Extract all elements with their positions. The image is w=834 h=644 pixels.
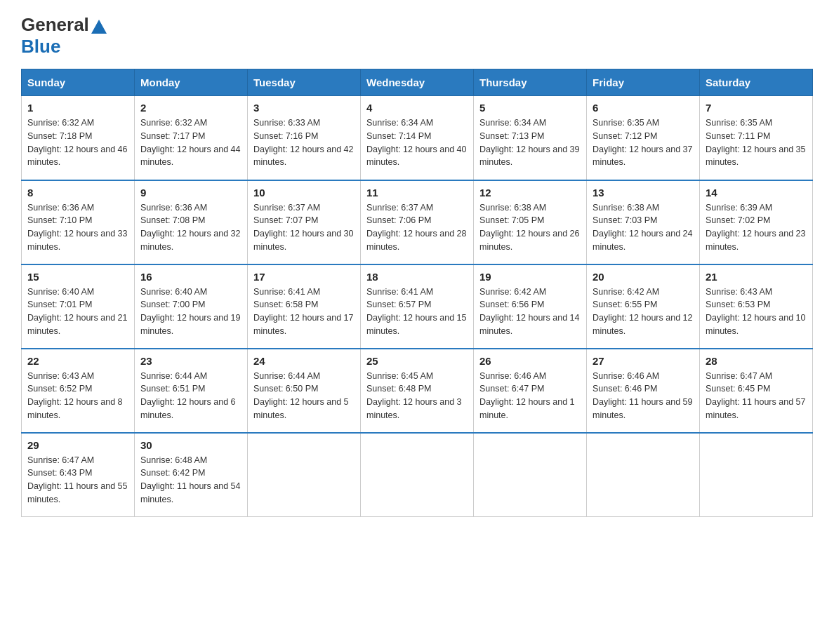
calendar-cell: 2 Sunrise: 6:32 AMSunset: 7:17 PMDayligh… [135, 96, 248, 180]
day-info: Sunrise: 6:34 AMSunset: 7:14 PMDaylight:… [366, 118, 466, 167]
day-number: 25 [366, 355, 468, 367]
calendar-cell: 15 Sunrise: 6:40 AMSunset: 7:01 PMDaylig… [22, 264, 135, 349]
day-number: 18 [366, 271, 468, 283]
day-info: Sunrise: 6:37 AMSunset: 7:06 PMDaylight:… [366, 203, 466, 252]
day-info: Sunrise: 6:43 AMSunset: 6:52 PMDaylight:… [27, 371, 123, 420]
calendar-cell: 27 Sunrise: 6:46 AMSunset: 6:46 PMDaylig… [587, 349, 700, 433]
weekday-friday: Friday [587, 69, 700, 96]
calendar-cell: 6 Sunrise: 6:35 AMSunset: 7:12 PMDayligh… [587, 96, 700, 180]
day-number: 23 [140, 355, 241, 367]
day-number: 19 [479, 271, 581, 283]
day-info: Sunrise: 6:33 AMSunset: 7:16 PMDaylight:… [253, 118, 353, 167]
day-info: Sunrise: 6:36 AMSunset: 7:10 PMDaylight:… [27, 203, 127, 252]
logo-blue-part: Blue [21, 36, 60, 57]
calendar-cell: 1 Sunrise: 6:32 AMSunset: 7:18 PMDayligh… [22, 96, 135, 180]
day-info: Sunrise: 6:40 AMSunset: 7:01 PMDaylight:… [27, 287, 127, 336]
calendar-cell: 11 Sunrise: 6:37 AMSunset: 7:06 PMDaylig… [361, 180, 474, 264]
calendar-cell: 12 Sunrise: 6:38 AMSunset: 7:05 PMDaylig… [474, 180, 587, 264]
calendar-cell [587, 433, 700, 517]
calendar-cell: 13 Sunrise: 6:38 AMSunset: 7:03 PMDaylig… [587, 180, 700, 264]
calendar-cell [474, 433, 587, 517]
day-number: 29 [27, 439, 128, 451]
day-info: Sunrise: 6:36 AMSunset: 7:08 PMDaylight:… [140, 203, 240, 252]
calendar-cell: 9 Sunrise: 6:36 AMSunset: 7:08 PMDayligh… [135, 180, 248, 264]
day-number: 3 [253, 102, 355, 114]
logo-triangle-icon [91, 20, 107, 34]
calendar-table: SundayMondayTuesdayWednesdayThursdayFrid… [21, 69, 813, 517]
day-number: 13 [593, 187, 694, 199]
calendar-cell: 7 Sunrise: 6:35 AMSunset: 7:11 PMDayligh… [700, 96, 813, 180]
logo-general-part: General [21, 14, 89, 36]
day-info: Sunrise: 6:42 AMSunset: 6:56 PMDaylight:… [479, 287, 579, 336]
day-number: 14 [706, 187, 807, 199]
day-number: 15 [27, 271, 128, 283]
calendar-cell: 29 Sunrise: 6:47 AMSunset: 6:43 PMDaylig… [22, 433, 135, 517]
calendar-cell: 10 Sunrise: 6:37 AMSunset: 7:07 PMDaylig… [248, 180, 361, 264]
calendar-cell: 24 Sunrise: 6:44 AMSunset: 6:50 PMDaylig… [248, 349, 361, 433]
day-number: 1 [27, 102, 128, 114]
day-number: 17 [253, 271, 355, 283]
day-info: Sunrise: 6:34 AMSunset: 7:13 PMDaylight:… [479, 118, 579, 167]
weekday-monday: Monday [135, 69, 248, 96]
day-info: Sunrise: 6:41 AMSunset: 6:57 PMDaylight:… [366, 287, 466, 336]
calendar-cell: 23 Sunrise: 6:44 AMSunset: 6:51 PMDaylig… [135, 349, 248, 433]
calendar-cell [248, 433, 361, 517]
page-header: General Blue [21, 14, 813, 58]
calendar-cell: 4 Sunrise: 6:34 AMSunset: 7:14 PMDayligh… [361, 96, 474, 180]
day-number: 30 [140, 439, 241, 451]
day-number: 26 [479, 355, 581, 367]
day-number: 20 [593, 271, 694, 283]
calendar-cell: 19 Sunrise: 6:42 AMSunset: 6:56 PMDaylig… [474, 264, 587, 349]
day-info: Sunrise: 6:48 AMSunset: 6:42 PMDaylight:… [140, 455, 240, 504]
calendar-cell: 25 Sunrise: 6:45 AMSunset: 6:48 PMDaylig… [361, 349, 474, 433]
day-number: 10 [253, 187, 355, 199]
day-info: Sunrise: 6:38 AMSunset: 7:05 PMDaylight:… [479, 203, 579, 252]
day-number: 4 [366, 102, 468, 114]
calendar-cell: 20 Sunrise: 6:42 AMSunset: 6:55 PMDaylig… [587, 264, 700, 349]
calendar-cell: 16 Sunrise: 6:40 AMSunset: 7:00 PMDaylig… [135, 264, 248, 349]
day-info: Sunrise: 6:39 AMSunset: 7:02 PMDaylight:… [706, 203, 805, 252]
day-number: 16 [140, 271, 241, 283]
calendar-cell: 3 Sunrise: 6:33 AMSunset: 7:16 PMDayligh… [248, 96, 361, 180]
day-info: Sunrise: 6:41 AMSunset: 6:58 PMDaylight:… [253, 287, 353, 336]
day-info: Sunrise: 6:44 AMSunset: 6:50 PMDaylight:… [253, 371, 349, 420]
calendar-cell: 22 Sunrise: 6:43 AMSunset: 6:52 PMDaylig… [22, 349, 135, 433]
calendar-cell: 14 Sunrise: 6:39 AMSunset: 7:02 PMDaylig… [700, 180, 813, 264]
week-row-3: 15 Sunrise: 6:40 AMSunset: 7:01 PMDaylig… [22, 264, 813, 349]
day-number: 9 [140, 187, 241, 199]
weekday-saturday: Saturday [700, 69, 813, 96]
day-info: Sunrise: 6:35 AMSunset: 7:11 PMDaylight:… [706, 118, 805, 167]
calendar-cell [700, 433, 813, 517]
day-info: Sunrise: 6:46 AMSunset: 6:46 PMDaylight:… [593, 371, 692, 420]
day-info: Sunrise: 6:40 AMSunset: 7:00 PMDaylight:… [140, 287, 240, 336]
day-number: 8 [27, 187, 128, 199]
day-info: Sunrise: 6:32 AMSunset: 7:17 PMDaylight:… [140, 118, 240, 167]
week-row-2: 8 Sunrise: 6:36 AMSunset: 7:10 PMDayligh… [22, 180, 813, 264]
day-number: 27 [593, 355, 694, 367]
calendar-cell: 30 Sunrise: 6:48 AMSunset: 6:42 PMDaylig… [135, 433, 248, 517]
day-number: 28 [706, 355, 807, 367]
logo: General Blue [21, 14, 109, 58]
day-info: Sunrise: 6:42 AMSunset: 6:55 PMDaylight:… [593, 287, 692, 336]
day-number: 22 [27, 355, 128, 367]
day-info: Sunrise: 6:32 AMSunset: 7:18 PMDaylight:… [27, 118, 127, 167]
day-info: Sunrise: 6:45 AMSunset: 6:48 PMDaylight:… [366, 371, 462, 420]
day-info: Sunrise: 6:37 AMSunset: 7:07 PMDaylight:… [253, 203, 353, 252]
weekday-tuesday: Tuesday [248, 69, 361, 96]
calendar-cell: 26 Sunrise: 6:46 AMSunset: 6:47 PMDaylig… [474, 349, 587, 433]
week-row-5: 29 Sunrise: 6:47 AMSunset: 6:43 PMDaylig… [22, 433, 813, 517]
day-info: Sunrise: 6:38 AMSunset: 7:03 PMDaylight:… [593, 203, 692, 252]
day-info: Sunrise: 6:44 AMSunset: 6:51 PMDaylight:… [140, 371, 236, 420]
day-info: Sunrise: 6:47 AMSunset: 6:43 PMDaylight:… [27, 455, 127, 504]
day-number: 5 [479, 102, 581, 114]
day-info: Sunrise: 6:35 AMSunset: 7:12 PMDaylight:… [593, 118, 692, 167]
calendar-cell: 5 Sunrise: 6:34 AMSunset: 7:13 PMDayligh… [474, 96, 587, 180]
week-row-1: 1 Sunrise: 6:32 AMSunset: 7:18 PMDayligh… [22, 96, 813, 180]
calendar-cell [361, 433, 474, 517]
calendar-cell: 18 Sunrise: 6:41 AMSunset: 6:57 PMDaylig… [361, 264, 474, 349]
weekday-thursday: Thursday [474, 69, 587, 96]
day-number: 11 [366, 187, 468, 199]
day-info: Sunrise: 6:46 AMSunset: 6:47 PMDaylight:… [479, 371, 575, 420]
weekday-wednesday: Wednesday [361, 69, 474, 96]
day-number: 6 [593, 102, 694, 114]
